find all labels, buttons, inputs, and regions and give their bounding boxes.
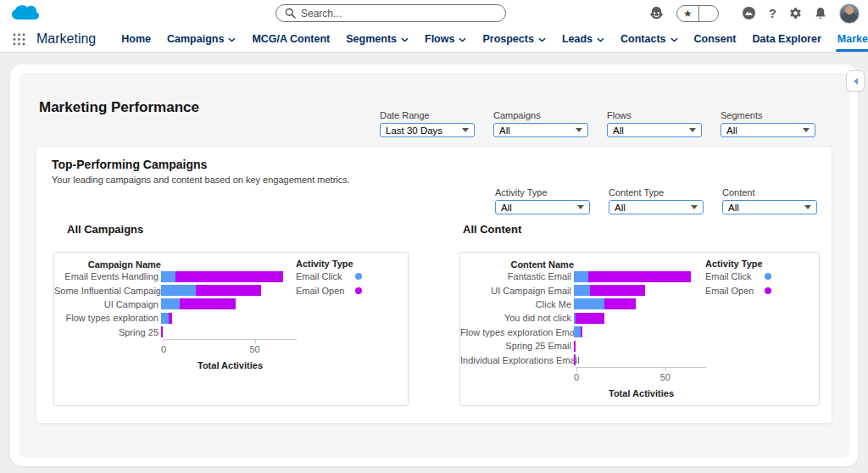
nav-tab-consent[interactable]: Consent: [694, 26, 737, 52]
bar-segment-email-click[interactable]: [161, 313, 169, 324]
category-label: Spring 25 Email: [460, 341, 574, 351]
filter-select-activity-type[interactable]: All: [495, 200, 590, 214]
category-label: You did not click: [460, 313, 574, 323]
collapse-panel-toggle[interactable]: [846, 70, 865, 92]
nav-tab-label: Data Explorer: [753, 33, 821, 45]
page-title: Marketing Performance: [39, 99, 199, 116]
nav-tabs: HomeCampaignsMCG/A ContentSegmentsFlowsP…: [121, 26, 868, 52]
filter-content: ContentAll: [722, 187, 817, 214]
filter-label: Campaigns: [493, 110, 588, 120]
panel-body: Marketing Performance Date RangeLast 30 …: [19, 73, 849, 458]
filter-select-content[interactable]: All: [722, 200, 817, 214]
notifications-icon[interactable]: [813, 6, 828, 21]
nav-tab-label: Marketing Performance: [837, 33, 868, 45]
salesforce-cloud-logo[interactable]: [10, 3, 41, 27]
category-label: Flow types exploration Email: [460, 327, 574, 337]
axis-tick: [255, 340, 256, 343]
chart-row-flow-types-exploration: Flow types exploration: [54, 311, 408, 325]
legend-item-email-click[interactable]: Email Click: [705, 270, 771, 283]
app-name: Marketing: [36, 31, 96, 47]
bar-segment-email-open[interactable]: [588, 271, 692, 282]
nav-tab-label: Flows: [425, 33, 454, 45]
filter-select-campaigns[interactable]: All: [493, 123, 588, 137]
bar-track: [161, 313, 294, 324]
bar-segment-email-click[interactable]: [574, 298, 604, 309]
bar-segment-email-open[interactable]: [576, 313, 604, 324]
favorites-control[interactable]: ★: [676, 5, 719, 22]
bar-segment-email-click[interactable]: [161, 271, 175, 282]
nav-tab-mcg-a-content[interactable]: MCG/A Content: [252, 26, 330, 52]
chart-row-flow-types-exploration-email: Flow types exploration Email: [460, 326, 819, 339]
bar-track: [574, 298, 704, 309]
filter-select-segments[interactable]: All: [721, 123, 815, 137]
top-performing-campaigns-card: Top-Performing Campaigns Your leading ca…: [36, 146, 832, 424]
nav-tab-campaigns[interactable]: Campaigns: [167, 26, 236, 52]
bar-segment-email-click[interactable]: [574, 285, 590, 296]
nav-tab-segments[interactable]: Segments: [346, 26, 409, 52]
bar-segment-email-click[interactable]: [161, 285, 196, 296]
main-content: Marketing Performance Date RangeLast 30 …: [0, 53, 868, 473]
bar-segment-email-open[interactable]: [196, 285, 261, 296]
chart-legend: Activity TypeEmail ClickEmail Open: [705, 259, 773, 298]
nav-tab-marketing-performance[interactable]: Marketing Performance: [837, 26, 868, 52]
legend-dot-email-open: [765, 287, 771, 294]
chevron-down-icon: [804, 205, 811, 209]
select-value: All: [613, 125, 689, 136]
bar-segment-email-open[interactable]: [161, 326, 163, 337]
nav-tab-contacts[interactable]: Contacts: [620, 26, 677, 52]
category-axis-header: Campaign Name: [54, 259, 161, 270]
legend-item-email-open[interactable]: Email Open: [705, 283, 771, 297]
chart-row-individual-explorations-email: Individual Explorations Email: [460, 353, 819, 366]
user-avatar[interactable]: [839, 3, 860, 24]
chevron-down-icon: [670, 37, 678, 42]
bar-segment-email-click[interactable]: [574, 271, 588, 282]
settings-icon[interactable]: [787, 6, 802, 20]
nav-tab-prospects[interactable]: Prospects: [482, 26, 545, 52]
bar-segment-email-click[interactable]: [161, 298, 180, 309]
axis-tick-label: 50: [660, 372, 670, 382]
chevron-down-icon: [576, 128, 582, 132]
filter-select-date-range[interactable]: Last 30 Days: [380, 123, 475, 137]
filter-label: Content Type: [609, 187, 704, 198]
trailhead-icon[interactable]: [740, 4, 758, 22]
search-input[interactable]: [301, 8, 497, 19]
filter-select-content-type[interactable]: All: [609, 200, 704, 214]
favorites-star-icon: ★: [677, 8, 698, 19]
category-label: UI Campaign Email: [460, 286, 574, 296]
filter-activity-type: Activity TypeAll: [495, 187, 590, 214]
chart-row-spring-25: Spring 25: [54, 326, 408, 339]
legend-item-email-open[interactable]: Email Open: [296, 283, 362, 297]
axis-tick: [665, 368, 666, 371]
chevron-down-icon: [538, 37, 546, 42]
favorites-caret-icon[interactable]: [699, 6, 718, 21]
value-axis-title: Total Activities: [576, 388, 706, 398]
app-nav-bar: Marketing HomeCampaignsMCG/A ContentSegm…: [0, 26, 868, 53]
select-value: All: [499, 125, 576, 136]
nav-tab-label: MCG/A Content: [252, 33, 330, 45]
nav-tab-home[interactable]: Home: [121, 26, 151, 52]
bar-segment-email-open[interactable]: [180, 298, 236, 309]
bar-segment-email-open[interactable]: [604, 298, 637, 309]
axis-tick: [576, 368, 577, 371]
bar-segment-email-open[interactable]: [175, 271, 283, 282]
bar-segment-email-open[interactable]: [574, 341, 576, 352]
section-title: Top-Performing Campaigns: [52, 158, 207, 171]
bar-segment-email-open[interactable]: [169, 313, 172, 324]
legend-item-email-click[interactable]: Email Click: [296, 270, 362, 283]
chart-row-click-me: Click Me: [460, 298, 819, 311]
help-icon[interactable]: ?: [769, 7, 776, 19]
bar-segment-email-open[interactable]: [574, 354, 576, 365]
legend-title: Activity Type: [705, 259, 773, 270]
bar-track: [574, 271, 704, 282]
nav-tab-data-explorer[interactable]: Data Explorer: [753, 26, 821, 52]
nav-tab-flows[interactable]: Flows: [425, 26, 466, 52]
bar-segment-email-click[interactable]: [574, 326, 581, 337]
filter-select-flows[interactable]: All: [607, 123, 702, 137]
bar-segment-email-open[interactable]: [590, 285, 645, 296]
einstein-icon[interactable]: [648, 4, 665, 22]
nav-tab-leads[interactable]: Leads: [562, 26, 604, 52]
app-launcher-icon[interactable]: [12, 32, 26, 47]
global-header: ★ ?: [0, 0, 868, 26]
bar-segment-email-open[interactable]: [581, 326, 582, 337]
filter-campaigns: CampaignsAll: [493, 110, 588, 137]
